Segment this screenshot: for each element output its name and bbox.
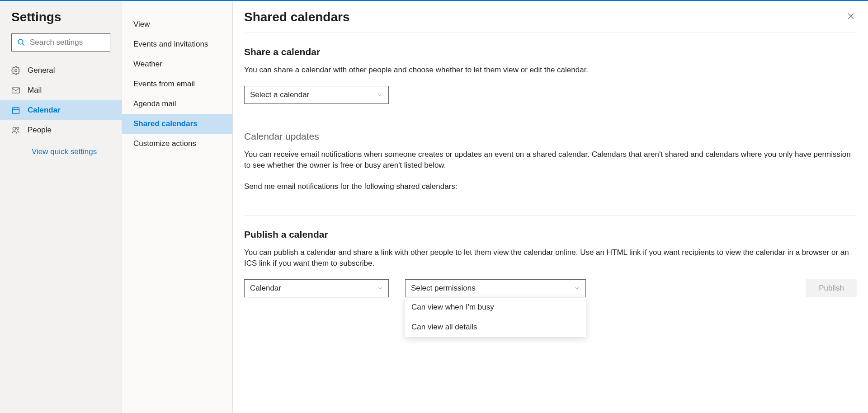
subnav-shared-calendars[interactable]: Shared calendars: [122, 114, 232, 134]
svg-point-8: [13, 127, 16, 130]
svg-point-9: [17, 127, 19, 129]
subnav-events-from-email[interactable]: Events from email: [122, 74, 232, 94]
chevron-down-icon: [574, 285, 580, 291]
svg-point-2: [15, 70, 17, 72]
people-icon: [11, 126, 20, 135]
share-calendar-heading: Share a calendar: [244, 47, 857, 57]
gear-icon: [11, 66, 20, 75]
nav-people-label: People: [28, 126, 52, 135]
chevron-down-icon: [377, 92, 383, 98]
nav-calendar-label: Calendar: [28, 106, 61, 115]
publish-calendar-section: Publish a calendar You can publish a cal…: [244, 216, 857, 297]
permission-dropdown-menu: Can view when I'm busy Can view all deta…: [405, 297, 586, 337]
nav-people[interactable]: People: [0, 120, 122, 140]
share-calendar-description: You can share a calendar with other peop…: [244, 65, 857, 76]
publish-calendar-heading: Publish a calendar: [244, 229, 857, 240]
publish-calendar-dropdown[interactable]: Calendar: [244, 279, 389, 297]
search-icon: [17, 38, 25, 47]
publish-button[interactable]: Publish: [806, 279, 857, 297]
svg-line-1: [22, 43, 24, 46]
calendar-updates-section: Calendar updates You can receive email n…: [244, 104, 857, 192]
svg-point-0: [18, 39, 23, 44]
subnav-view[interactable]: View: [122, 14, 232, 34]
chevron-down-icon: [377, 285, 383, 291]
settings-sidebar: Settings General Mail Calendar People: [0, 1, 122, 413]
svg-rect-4: [13, 108, 19, 113]
nav-mail[interactable]: Mail: [0, 80, 122, 100]
subnav-customize-actions[interactable]: Customize actions: [122, 134, 232, 154]
search-input[interactable]: [30, 38, 104, 47]
permission-dropdown-value: Select permissions: [411, 284, 476, 293]
subnav-agenda-mail[interactable]: Agenda mail: [122, 94, 232, 114]
nav-general-label: General: [28, 66, 55, 75]
subnav-events-invitations[interactable]: Events and invitations: [122, 34, 232, 54]
close-button[interactable]: [845, 10, 857, 24]
main-panel: Shared calendars Share a calendar You ca…: [233, 1, 868, 413]
subsettings-sidebar: View Events and invitations Weather Even…: [122, 1, 233, 413]
permission-option-busy[interactable]: Can view when I'm busy: [405, 297, 586, 317]
nav-mail-label: Mail: [28, 86, 42, 95]
permission-option-details[interactable]: Can view all details: [405, 317, 586, 337]
select-calendar-dropdown[interactable]: Select a calendar: [244, 86, 389, 104]
share-calendar-section: Share a calendar You can share a calenda…: [244, 33, 857, 104]
calendar-updates-heading: Calendar updates: [244, 131, 857, 142]
mail-icon: [11, 86, 20, 95]
publish-calendar-value: Calendar: [250, 284, 281, 293]
nav-calendar[interactable]: Calendar: [0, 100, 122, 120]
calendar-updates-sublabel: Send me email notifications for the foll…: [244, 181, 857, 192]
settings-title: Settings: [0, 10, 122, 33]
calendar-icon: [11, 106, 20, 115]
calendar-updates-description: You can receive email notifications when…: [244, 149, 857, 171]
permission-dropdown[interactable]: Select permissions: [405, 279, 586, 297]
select-calendar-value: Select a calendar: [250, 90, 309, 99]
publish-calendar-description: You can publish a calendar and share a l…: [244, 247, 857, 269]
subnav-weather[interactable]: Weather: [122, 54, 232, 74]
page-title: Shared calendars: [244, 10, 349, 24]
search-settings-box[interactable]: [11, 33, 110, 52]
nav-general[interactable]: General: [0, 61, 122, 80]
svg-rect-3: [12, 88, 20, 93]
view-quick-settings-link[interactable]: View quick settings: [0, 140, 122, 161]
close-icon: [847, 12, 855, 20]
